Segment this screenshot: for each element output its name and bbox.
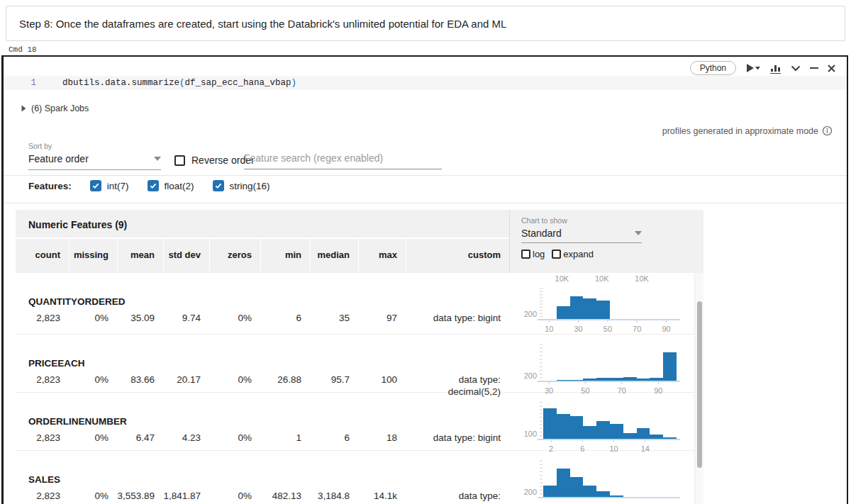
expand-checkbox-control[interactable]: expand <box>552 249 594 259</box>
code-line[interactable]: 1 dbutils.data.summarize(df_sap_ecc_hana… <box>4 76 847 90</box>
stat-value: 0% <box>209 312 260 324</box>
table-scrollbar[interactable] <box>694 273 703 504</box>
code-text: dbutils.data.summarize(df_sap_ecc_hana_v… <box>36 78 296 88</box>
numeric-features-table: Numeric Features (9) countmissingmeanstd… <box>16 210 703 504</box>
feature-name: ORDERLINENUMBER <box>28 416 127 427</box>
chevron-down-icon[interactable] <box>791 65 801 72</box>
stat-value: 9.74 <box>163 312 209 324</box>
stat-value: 1 <box>260 432 310 444</box>
line-number: 1 <box>4 78 36 88</box>
histogram-QUANTITYORDERED: 10K10K10K2001030507090 <box>512 273 694 341</box>
caret-down-icon <box>154 157 161 161</box>
stat-value: 3,553.89 <box>117 490 163 504</box>
stat-value: 2,823 <box>16 490 69 504</box>
svg-text:200: 200 <box>524 371 537 380</box>
log-checkbox-control[interactable]: log <box>521 249 545 259</box>
feature-type-label: float(2) <box>165 181 194 191</box>
markdown-cell: Step 8: Once the dataframes are created,… <box>6 6 845 41</box>
column-header-mean: mean <box>117 239 163 271</box>
checked-checkbox[interactable] <box>148 180 159 191</box>
column-header-zeros: zeros <box>209 239 260 271</box>
cmd-label: Cmd 18 <box>9 45 37 54</box>
stat-value: 97 <box>358 312 406 324</box>
histogram-cell: 100261014 <box>509 393 694 450</box>
stat-value: 14.1k <box>358 490 406 504</box>
features-filter: Features: int(7)float(2)string(16) <box>28 180 270 191</box>
log-label: log <box>533 249 545 259</box>
run-icon[interactable] <box>745 63 761 73</box>
chart-controls: Chart to show Standard log expand <box>509 210 703 273</box>
svg-text:10K: 10K <box>595 274 609 283</box>
stat-value: 35 <box>310 312 358 324</box>
column-header-median: median <box>310 239 358 271</box>
histogram-cell: 10K10K10K2001030507090 <box>509 273 694 334</box>
expand-label: expand <box>563 249 594 259</box>
histogram-cell: 20030507090 <box>509 335 694 392</box>
language-button[interactable]: Python <box>690 61 736 75</box>
feature-type-filter[interactable]: int(7) <box>90 180 129 191</box>
caret-down-icon <box>635 231 642 235</box>
minimize-icon[interactable] <box>810 67 818 69</box>
markdown-text: Step 8: Once the dataframes are created,… <box>6 18 506 30</box>
feature-type-filter[interactable]: float(2) <box>148 180 194 191</box>
cell-toolbar: Python <box>690 61 835 75</box>
svg-text:10: 10 <box>545 325 553 333</box>
table-scrollbar-thumb[interactable] <box>697 301 702 468</box>
stat-value: 0% <box>69 312 117 324</box>
svg-text:30: 30 <box>574 325 582 333</box>
data-type-value: data type:decimal(7,2) <box>406 490 509 504</box>
svg-text:10K: 10K <box>555 274 569 283</box>
features-label: Features: <box>28 181 72 191</box>
chart-type-select[interactable]: Standard <box>521 228 642 243</box>
stat-value: 0% <box>69 490 117 504</box>
reverse-order-checkbox[interactable] <box>174 155 185 166</box>
expand-checkbox[interactable] <box>552 250 561 259</box>
column-header-std-dev: std dev <box>163 239 209 271</box>
table-header: Numeric Features (9) countmissingmeanstd… <box>16 210 703 273</box>
stat-value: 6 <box>310 432 358 444</box>
stat-value: 0% <box>209 490 260 504</box>
log-checkbox[interactable] <box>521 250 530 259</box>
svg-text:200: 200 <box>524 488 537 496</box>
table-row: PRICEEACH2,8230%83.6620.170%26.8895.7100… <box>16 335 703 393</box>
svg-text:90: 90 <box>662 325 670 333</box>
column-header-min: min <box>260 239 310 271</box>
table-body: QUANTITYORDERED2,8230%35.099.740%63597da… <box>16 273 703 504</box>
feature-search-input[interactable] <box>244 150 442 169</box>
data-type-value: data type: bigint <box>406 432 509 444</box>
feature-name: QUANTITYORDERED <box>28 296 126 307</box>
notebook-cell: Python 1 dbutils.data.summarize(df_sap_e… <box>1 55 848 504</box>
histogram-cell: 200 <box>509 451 694 504</box>
feature-type-label: string(16) <box>230 181 270 191</box>
close-icon[interactable] <box>828 65 835 72</box>
chart-to-show-label: Chart to show <box>521 216 703 225</box>
expander-triangle-icon <box>21 105 26 112</box>
stat-value: 3,184.8 <box>310 490 358 504</box>
stat-value: 4.23 <box>163 432 209 444</box>
table-row: ORDERLINENUMBER2,8230%6.474.230%1618data… <box>16 393 703 451</box>
stat-value: 6 <box>260 312 310 324</box>
divider <box>4 203 847 203</box>
reverse-order-control[interactable]: Reverse order <box>174 155 255 166</box>
column-header-count: count <box>16 239 69 271</box>
svg-text:100: 100 <box>524 430 537 438</box>
svg-text:50: 50 <box>604 325 612 333</box>
feature-name: PRICEEACH <box>28 358 85 369</box>
spark-jobs-expander[interactable]: (6) Spark Jobs <box>21 103 89 113</box>
stat-value: 18 <box>358 432 406 444</box>
checked-checkbox[interactable] <box>90 180 101 191</box>
checked-checkbox[interactable] <box>213 180 224 191</box>
column-header-missing: missing <box>69 239 117 271</box>
column-headers: countmissingmeanstd devzerosminmedianmax… <box>16 239 509 271</box>
column-header-max: max <box>358 239 406 271</box>
feature-type-filter[interactable]: string(16) <box>213 180 270 191</box>
chart-icon[interactable] <box>770 63 782 74</box>
sort-by-select[interactable]: Feature order <box>28 153 161 170</box>
stat-value: 0% <box>209 432 260 444</box>
info-icon[interactable] <box>822 125 833 136</box>
profiles-note: profiles generated in approximate mode <box>662 125 833 136</box>
stat-value: 2,823 <box>16 432 69 444</box>
stat-value: 2,823 <box>16 312 69 324</box>
stat-value: 6.47 <box>117 432 163 444</box>
stat-value: 0% <box>69 432 117 444</box>
